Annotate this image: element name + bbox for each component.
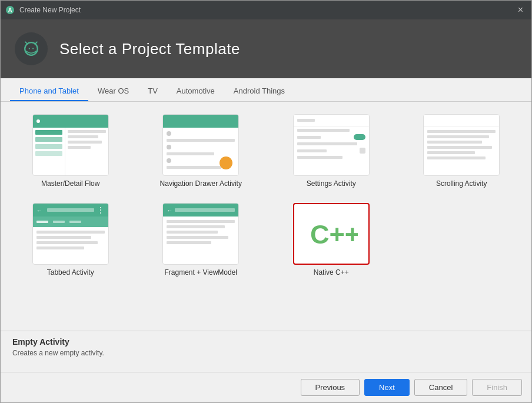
- template-settings-label: Settings Activity: [307, 179, 356, 188]
- svg-text:C++: C++: [310, 219, 358, 249]
- template-tabbed-label: Tabbed Activity: [47, 268, 94, 277]
- svg-line-4: [35, 42, 37, 44]
- template-nav-drawer[interactable]: Navigation Drawer Activity: [141, 111, 262, 191]
- description-text: Creates a new empty activity.: [12, 349, 520, 357]
- template-scrolling[interactable]: Scrolling Activity: [401, 111, 523, 191]
- dialog-header: Select a Project Template: [1, 19, 531, 78]
- svg-point-8: [29, 48, 30, 49]
- template-tabbed-preview: ← ⋮: [32, 203, 109, 265]
- dialog-footer: Previous Next Cancel Finish: [1, 372, 531, 402]
- previous-button[interactable]: Previous: [301, 379, 360, 396]
- dialog-title: Select a Project Template: [59, 40, 240, 58]
- svg-point-9: [32, 48, 34, 49]
- description-title: Empty Activity: [12, 337, 520, 347]
- template-settings-preview: [293, 114, 370, 176]
- template-tabbed[interactable]: ← ⋮: [10, 200, 131, 279]
- template-nav-drawer-label: Navigation Drawer Activity: [160, 179, 242, 188]
- main-window: A Create New Project ×: [0, 0, 532, 403]
- close-button[interactable]: ×: [514, 4, 527, 16]
- template-master-detail-preview: [32, 114, 109, 176]
- finish-button[interactable]: Finish: [472, 379, 522, 396]
- cpp-logo-icon: C++: [305, 214, 358, 255]
- tab-tv[interactable]: TV: [138, 82, 167, 101]
- template-master-detail-label: Master/Detail Flow: [41, 179, 99, 188]
- template-nav-drawer-preview: [162, 114, 239, 176]
- window-title: Create New Project: [19, 6, 81, 14]
- svg-point-7: [28, 45, 35, 53]
- template-fragment-viewmodel[interactable]: ← Fragment + ViewModel: [141, 200, 262, 279]
- template-native-cpp-preview: C++: [293, 203, 370, 265]
- android-logo: [15, 32, 48, 65]
- tab-phone-tablet[interactable]: Phone and Tablet: [10, 82, 88, 101]
- template-scrolling-preview: [423, 114, 500, 176]
- cancel-button[interactable]: Cancel: [414, 379, 467, 396]
- next-button[interactable]: Next: [364, 379, 410, 396]
- template-fragment-preview: ←: [162, 203, 239, 265]
- tab-automotive[interactable]: Automotive: [167, 82, 224, 101]
- template-native-cpp[interactable]: C++ Native C++: [271, 200, 392, 279]
- templates-scroll-container[interactable]: Master/Detail Flow: [1, 102, 531, 331]
- tab-android-things[interactable]: Android Things: [224, 82, 294, 101]
- template-master-detail[interactable]: Master/Detail Flow: [10, 111, 131, 191]
- svg-text:A: A: [8, 7, 12, 14]
- template-scrolling-label: Scrolling Activity: [436, 179, 487, 188]
- template-fragment-viewmodel-label: Fragment + ViewModel: [164, 268, 237, 277]
- tab-wear-os[interactable]: Wear OS: [88, 82, 138, 101]
- template-settings[interactable]: Settings Activity: [271, 111, 392, 191]
- android-studio-icon: A: [5, 5, 15, 15]
- android-icon: [21, 38, 42, 59]
- template-native-cpp-label: Native C++: [314, 268, 349, 277]
- category-tabs: Phone and Tablet Wear OS TV Automotive A…: [1, 78, 531, 102]
- templates-area: Master/Detail Flow: [1, 102, 531, 331]
- title-bar: A Create New Project ×: [1, 1, 531, 19]
- templates-grid: Master/Detail Flow: [10, 106, 522, 284]
- svg-line-3: [25, 42, 28, 44]
- template-description: Empty Activity Creates a new empty activ…: [1, 331, 531, 372]
